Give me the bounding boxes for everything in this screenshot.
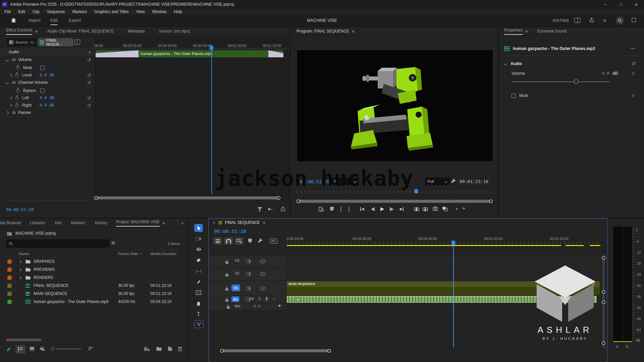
settings-wrench-icon[interactable] — [451, 178, 456, 185]
export-frame-icon[interactable] — [433, 206, 438, 212]
trash-icon[interactable] — [178, 347, 182, 352]
lock-track-icon[interactable] — [225, 261, 228, 264]
writable-pencil-icon[interactable] — [6, 347, 11, 353]
extract-icon[interactable] — [423, 206, 428, 212]
split-view-icon[interactable] — [74, 40, 80, 45]
track-target-a1[interactable]: A1 — [231, 296, 239, 302]
project-readout-icon[interactable] — [144, 347, 150, 352]
project-row-graphics[interactable]: GRAPHICS — [0, 257, 188, 266]
reset-audio-icon[interactable]: ↺ — [632, 61, 636, 67]
mute-checkbox[interactable] — [40, 66, 45, 70]
effects-timeline-hscroll-track[interactable] — [6, 196, 95, 200]
solo-right-button[interactable]: S — [626, 345, 628, 349]
lock-track-icon[interactable] — [225, 288, 228, 291]
close-sequence-icon[interactable]: × — [213, 220, 215, 225]
workspace-tab-edit[interactable]: Edit — [50, 18, 58, 25]
effects-timeline-ruler[interactable] — [96, 48, 290, 50]
column-frame-rate[interactable]: Frame Rate — [118, 252, 139, 256]
timeline-playhead[interactable] — [451, 241, 455, 245]
panel-layout-icon[interactable] — [574, 18, 580, 23]
column-name[interactable]: Name — [19, 252, 29, 256]
track-select-forward-tool[interactable] — [194, 235, 203, 243]
workspace-tab-import[interactable]: Import — [29, 18, 40, 23]
menu-clip[interactable]: Clip — [33, 9, 40, 14]
multi-camera-icon[interactable] — [442, 206, 448, 212]
go-to-out-icon[interactable]: ▶ — [400, 207, 404, 211]
mark-in-icon[interactable]: { — [340, 206, 342, 212]
timeline-hscroll-right-knob[interactable] — [327, 349, 331, 353]
menu-markers[interactable]: Markers — [72, 9, 87, 14]
go-to-in-icon[interactable]: ◀ — [360, 207, 364, 211]
clip-options-icon[interactable]: ••• — [631, 47, 635, 50]
quick-export-icon[interactable] — [589, 17, 594, 24]
razor-tool[interactable] — [194, 256, 203, 264]
nest-sequence-button[interactable] — [213, 237, 222, 245]
mark-out-icon[interactable]: } — [348, 206, 350, 212]
chevron-right-icon[interactable] — [6, 111, 9, 114]
reset-param-icon[interactable]: ↺ — [87, 73, 91, 78]
icon-view-button[interactable] — [30, 347, 35, 352]
tab-media-browser[interactable]: dia Browser — [0, 221, 21, 225]
chevron-right-icon[interactable] — [9, 96, 12, 100]
menu-help[interactable]: Help — [174, 9, 182, 14]
effects-current-timecode[interactable]: 00:00:51:20 — [6, 207, 34, 212]
expand-bin-icon[interactable] — [18, 276, 22, 279]
tab-history[interactable]: History — [95, 221, 107, 225]
project-row-audio-file[interactable]: human gazpacho - The Outer Planes.mp3 44… — [0, 298, 188, 306]
hscroll-right-knob[interactable] — [277, 196, 280, 200]
reset-param-icon[interactable]: ↺ — [87, 103, 91, 108]
column-media-duration[interactable]: Media Duration — [150, 252, 176, 256]
home-icon[interactable] — [11, 17, 16, 24]
tab-info[interactable]: Info — [55, 221, 61, 225]
new-bin-icon[interactable] — [156, 347, 162, 352]
menu-file[interactable]: File — [4, 9, 11, 14]
tab-program-monitor[interactable]: Program: FINAL SEQUENCE — [297, 29, 349, 34]
source-patch-icon[interactable] — [246, 298, 251, 301]
search-box[interactable] — [6, 239, 109, 248]
tab-properties[interactable]: Properties — [504, 28, 523, 35]
maximize-button[interactable]: □ — [613, 0, 629, 9]
mute-track-button[interactable]: M — [251, 297, 254, 301]
tab-audio-clip-mixer[interactable]: Audio Clip Mixer: FINAL SEQUENCE — [47, 29, 114, 34]
right-value[interactable]: 0.0 dB — [40, 103, 54, 108]
workspaces-menu-icon[interactable]: ≡ — [603, 18, 606, 24]
tab-effect-controls[interactable]: Effect Controls — [6, 28, 32, 35]
ripple-edit-tool[interactable] — [194, 245, 203, 253]
rectangle-tool[interactable] — [194, 289, 203, 297]
add-button-icon[interactable]: + — [462, 205, 465, 212]
breadcrumb-label[interactable]: MACHINE VISE.prproj — [15, 231, 56, 236]
chevron-right-icon[interactable] — [9, 104, 12, 107]
vscroll-knob[interactable] — [602, 256, 605, 260]
timeline-panel-menu-icon[interactable]: ≡ — [263, 220, 265, 225]
workspace-tab-export[interactable]: Export — [69, 18, 81, 23]
properties-panel-menu-icon[interactable]: ≡ — [525, 29, 528, 34]
sort-options-icon[interactable] — [89, 347, 93, 352]
step-forward-icon[interactable]: ▶ — [390, 207, 393, 211]
source-patch-icon[interactable] — [246, 259, 251, 263]
captions-icon[interactable]: CC — [270, 239, 277, 244]
track-visibility-icon[interactable] — [260, 272, 266, 276]
zoom-slider-knob[interactable] — [51, 347, 54, 351]
keyframe-nav-icon[interactable]: ◀▶ — [278, 304, 280, 307]
keyframe-toggle-icon[interactable]: ◇ — [632, 71, 635, 76]
list-view-button[interactable] — [15, 345, 25, 354]
program-panel-menu-icon[interactable]: ≡ — [352, 29, 354, 34]
freeform-view-button[interactable] — [40, 347, 45, 352]
toggle-animation-icon[interactable] — [16, 89, 20, 93]
program-ruler[interactable] — [297, 190, 492, 193]
toggle-animation-icon[interactable] — [16, 66, 20, 70]
effects-audio-header[interactable]: Audio ▲ — [0, 48, 95, 56]
hand-tool[interactable] — [194, 300, 203, 308]
menu-sequence[interactable]: Sequence — [47, 9, 65, 14]
audio-clip-bar[interactable]: human gazpacho - The Outer Planes.mp3 — [96, 50, 283, 57]
slip-tool[interactable]: |↔| — [194, 267, 203, 275]
level-value[interactable]: 0.0 dB — [40, 73, 54, 77]
toggle-animation-icon[interactable] — [15, 104, 19, 107]
effect-panner-header[interactable]: fx Panner — [0, 109, 95, 116]
effects-playhead-line[interactable] — [211, 50, 212, 194]
close-button[interactable]: × — [629, 0, 644, 9]
vscroll-knob[interactable] — [602, 290, 605, 294]
mute-checkbox[interactable] — [512, 94, 516, 98]
new-item-icon[interactable] — [168, 347, 172, 352]
fullscreen-icon[interactable] — [631, 17, 636, 23]
